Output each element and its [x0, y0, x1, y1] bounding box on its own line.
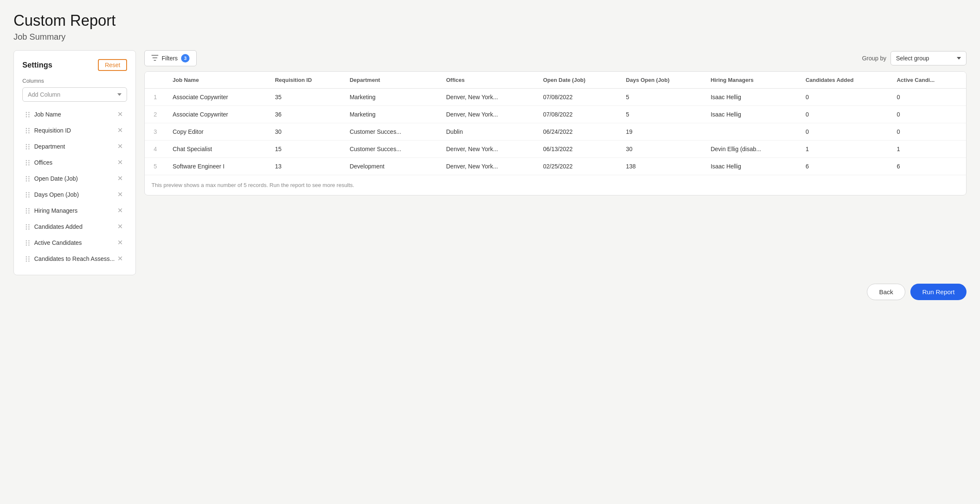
drag-handle — [26, 256, 30, 262]
col-header-open-date: Open Date (Job) — [536, 72, 619, 89]
report-table: Job NameRequisition IDDepartmentOfficesO… — [145, 72, 966, 175]
reset-button[interactable]: Reset — [98, 59, 127, 71]
cell-candidates-added: 0 — [799, 89, 890, 106]
cell-candidates-added: 6 — [799, 158, 890, 175]
drag-handle — [26, 192, 30, 198]
cell-job-name: Associate Copywriter — [166, 106, 268, 123]
col-header-hiring-managers: Hiring Managers — [704, 72, 799, 89]
group-by-label: Group by — [862, 55, 886, 62]
column-item-active-candidates[interactable]: Active Candidates ✕ — [22, 235, 127, 250]
cell-hiring-managers — [704, 123, 799, 141]
col-header-department: Department — [343, 72, 439, 89]
col-header-job-name: Job Name — [166, 72, 268, 89]
column-item-days-open[interactable]: Days Open (Job) ✕ — [22, 187, 127, 202]
column-name: Job Name — [34, 111, 116, 118]
cell-days-open: 19 — [619, 123, 704, 141]
col-header-days-open: Days Open (Job) — [619, 72, 704, 89]
table-body: 1Associate Copywriter35MarketingDenver, … — [145, 89, 966, 175]
drag-handle — [26, 112, 30, 117]
cell-days-open: 5 — [619, 89, 704, 106]
drag-handle — [26, 160, 30, 165]
data-table: Job NameRequisition IDDepartmentOfficesO… — [144, 71, 966, 195]
column-name: Candidates to Reach Assess... — [34, 255, 116, 262]
drag-handle — [26, 128, 30, 133]
column-name: Candidates Added — [34, 223, 116, 230]
cell-hiring-managers: Devin Ellig (disab... — [704, 141, 799, 158]
cell-hiring-managers: Isaac Hellig — [704, 89, 799, 106]
preview-note: This preview shows a max number of 5 rec… — [145, 175, 966, 195]
remove-column-button[interactable]: ✕ — [116, 239, 124, 246]
cell-offices: Denver, New York... — [439, 106, 536, 123]
column-list: Job Name ✕ Requisition ID ✕ — [22, 107, 127, 266]
column-item-job-name[interactable]: Job Name ✕ — [22, 107, 127, 122]
column-name: Active Candidates — [34, 239, 116, 246]
cell-active-candidates: 1 — [890, 141, 966, 158]
drag-handle — [26, 144, 30, 149]
drag-handle — [26, 176, 30, 182]
cell-offices: Denver, New York... — [439, 158, 536, 175]
cell-open-date: 02/25/2022 — [536, 158, 619, 175]
column-item-candidates-to-reach[interactable]: Candidates to Reach Assess... ✕ — [22, 251, 127, 266]
cell-department: Marketing — [343, 106, 439, 123]
group-by-container: Group by Select groupDepartmentOfficesHi… — [862, 51, 966, 65]
cell-row-num: 1 — [145, 89, 166, 106]
group-by-select[interactable]: Select groupDepartmentOfficesHiring Mana… — [891, 51, 966, 65]
table-row: 3Copy Editor30Customer Succes...Dublin06… — [145, 123, 966, 141]
column-name: Offices — [34, 159, 116, 166]
cell-active-candidates: 0 — [890, 106, 966, 123]
cell-requisition-id: 36 — [268, 106, 343, 123]
column-item-candidates-added[interactable]: Candidates Added ✕ — [22, 219, 127, 234]
cell-requisition-id: 15 — [268, 141, 343, 158]
remove-column-button[interactable]: ✕ — [116, 255, 124, 262]
add-column-select[interactable]: Add Column — [22, 87, 127, 102]
filters-button[interactable]: Filters 3 — [144, 50, 197, 66]
cell-job-name: Copy Editor — [166, 123, 268, 141]
cell-department: Marketing — [343, 89, 439, 106]
column-item-requisition-id[interactable]: Requisition ID ✕ — [22, 123, 127, 138]
settings-panel: Settings Reset Columns Add Column Job Na… — [14, 50, 136, 275]
cell-department: Development — [343, 158, 439, 175]
cell-days-open: 5 — [619, 106, 704, 123]
cell-row-num: 5 — [145, 158, 166, 175]
remove-column-button[interactable]: ✕ — [116, 127, 124, 134]
column-item-open-date[interactable]: Open Date (Job) ✕ — [22, 171, 127, 186]
filters-label: Filters — [162, 55, 178, 62]
cell-job-name: Chat Specialist — [166, 141, 268, 158]
remove-column-button[interactable]: ✕ — [116, 191, 124, 198]
cell-hiring-managers: Isaac Hellig — [704, 106, 799, 123]
table-row: 1Associate Copywriter35MarketingDenver, … — [145, 89, 966, 106]
column-item-department[interactable]: Department ✕ — [22, 139, 127, 154]
col-header-requisition-id: Requisition ID — [268, 72, 343, 89]
remove-column-button[interactable]: ✕ — [116, 175, 124, 182]
cell-requisition-id: 30 — [268, 123, 343, 141]
column-item-offices[interactable]: Offices ✕ — [22, 155, 127, 170]
table-row: 2Associate Copywriter36MarketingDenver, … — [145, 106, 966, 123]
page-title: Custom Report — [14, 12, 966, 30]
col-header-candidates-added: Candidates Added — [799, 72, 890, 89]
cell-row-num: 2 — [145, 106, 166, 123]
remove-column-button[interactable]: ✕ — [116, 159, 124, 166]
remove-column-button[interactable]: ✕ — [116, 143, 124, 150]
drag-handle — [26, 224, 30, 230]
drag-handle — [26, 208, 30, 214]
cell-job-name: Associate Copywriter — [166, 89, 268, 106]
cell-department: Customer Succes... — [343, 123, 439, 141]
cell-row-num: 4 — [145, 141, 166, 158]
cell-open-date: 06/24/2022 — [536, 123, 619, 141]
columns-label: Columns — [22, 78, 127, 84]
table-row: 4Chat Specialist15Customer Succes...Denv… — [145, 141, 966, 158]
cell-candidates-added: 0 — [799, 106, 890, 123]
page-bottom: Back Run Report — [14, 275, 966, 304]
column-name: Open Date (Job) — [34, 175, 116, 182]
remove-column-button[interactable]: ✕ — [116, 207, 124, 214]
col-header-offices: Offices — [439, 72, 536, 89]
column-item-hiring-managers[interactable]: Hiring Managers ✕ — [22, 203, 127, 218]
column-name: Days Open (Job) — [34, 191, 116, 198]
remove-column-button[interactable]: ✕ — [116, 223, 124, 230]
remove-column-button[interactable]: ✕ — [116, 111, 124, 118]
run-report-button[interactable]: Run Report — [910, 284, 966, 300]
table-header-row: Job NameRequisition IDDepartmentOfficesO… — [145, 72, 966, 89]
cell-department: Customer Succes... — [343, 141, 439, 158]
back-button[interactable]: Back — [867, 284, 905, 300]
cell-days-open: 30 — [619, 141, 704, 158]
